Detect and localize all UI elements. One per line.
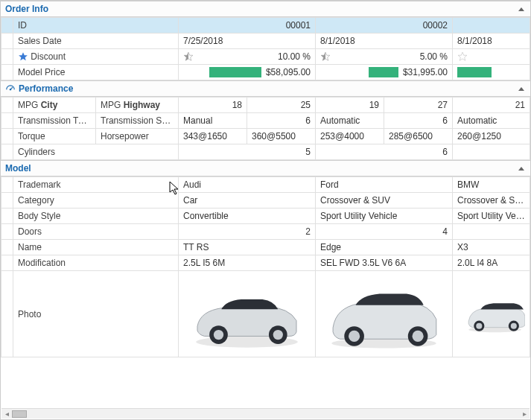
table-row[interactable]: Trademark Audi Ford BMW xyxy=(1,177,530,193)
cell-value: 253@4000 xyxy=(316,129,384,144)
table-row[interactable]: ID 00001 00002 xyxy=(1,18,530,34)
cell-value: 19 xyxy=(316,98,384,113)
svg-line-7 xyxy=(10,87,13,89)
cell-value: Crossover & SUV xyxy=(316,193,453,209)
car-photo xyxy=(453,271,530,357)
cell-value: SEL FWD 3.5L V6 6A xyxy=(316,255,453,271)
table-row[interactable]: Cylinders 5 6 xyxy=(1,144,530,160)
group-header-performance[interactable]: Performance xyxy=(1,80,530,97)
cell-value: Audi xyxy=(179,177,316,193)
svg-point-17 xyxy=(413,330,424,341)
cell-value: X3 xyxy=(453,240,530,255)
cell-label: Sales Date xyxy=(13,34,179,49)
cell-value xyxy=(453,65,530,80)
cell-value: 6 xyxy=(384,113,453,129)
svg-point-10 xyxy=(214,329,223,339)
cell-label: Model Price xyxy=(13,65,179,80)
collapse-icon[interactable] xyxy=(518,7,524,11)
cell-value: 2 xyxy=(179,224,316,240)
cell-value: 343@1650 xyxy=(179,129,247,144)
cell-value: 27 xyxy=(384,98,453,113)
table-row[interactable]: MPG City MPG Highway 18 25 19 27 21 xyxy=(1,98,530,113)
cell-value: 285@6500 xyxy=(384,129,453,144)
cell-value: 21 xyxy=(453,98,530,113)
table-row[interactable]: Doors 2 4 xyxy=(1,224,530,240)
table-row[interactable]: Name TT RS Edge X3 xyxy=(1,240,530,255)
cell-value: 5.00 % xyxy=(316,49,453,65)
collapse-icon[interactable] xyxy=(518,167,524,171)
cell-label: MPG City xyxy=(13,98,96,113)
cell-value: 7/25/2018 xyxy=(179,34,316,49)
cell-label: Doors xyxy=(13,224,179,240)
star-icon xyxy=(320,51,331,62)
cell-value: 2.0L I4 8A xyxy=(453,255,530,271)
svg-point-22 xyxy=(511,322,517,328)
scroll-right-icon[interactable]: ▸ xyxy=(519,409,530,419)
cell-value: Ford xyxy=(316,177,453,193)
model-grid: Trademark Audi Ford BMW Category Car Cro… xyxy=(1,176,530,357)
svg-marker-5 xyxy=(458,53,467,61)
star-icon xyxy=(183,51,194,62)
table-row[interactable]: Model Price $58,095.00 $31,995.00 xyxy=(1,65,530,80)
performance-grid: MPG City MPG Highway 18 25 19 27 21 Tran… xyxy=(1,97,530,160)
cell-value: Manual xyxy=(179,113,247,129)
cell-value: Automatic xyxy=(316,113,384,129)
cell-label: Discount xyxy=(13,49,179,65)
cell-value: 2.5L I5 6M xyxy=(179,255,316,271)
cell-value xyxy=(453,18,530,34)
cell-value: $58,095.00 xyxy=(179,65,316,80)
table-row[interactable]: Body Style Convertible Sport Utility Veh… xyxy=(1,209,530,224)
cell-value: 6 xyxy=(247,113,316,129)
horizontal-scrollbar[interactable]: ◂ ▸ xyxy=(1,408,530,419)
group-title-order-info: Order Info xyxy=(5,4,48,14)
cell-label: Modification xyxy=(13,255,179,271)
table-row[interactable]: Transmission Type Transmission Speeds Ma… xyxy=(1,113,530,129)
table-row[interactable]: Torque Horsepower 343@1650 360@5500 253@… xyxy=(1,129,530,144)
cell-value: Automatic xyxy=(453,113,530,129)
cell-label: Transmission Type xyxy=(13,113,96,129)
svg-point-15 xyxy=(349,330,360,341)
group-header-order-info[interactable]: Order Info xyxy=(1,1,530,17)
cell-label: Trademark xyxy=(13,177,179,193)
cell-value: Crossover & SUV xyxy=(453,193,530,209)
cell-value: TT RS xyxy=(179,240,316,255)
group-title-performance: Performance xyxy=(19,83,73,94)
cell-label: ID xyxy=(13,18,179,34)
cell-value: Edge xyxy=(316,240,453,255)
table-row[interactable]: Discount 10.00 % 5.00 % xyxy=(1,49,530,65)
cell-value: Sport Utility Vehicle xyxy=(453,209,530,224)
cell-label: Horsepower xyxy=(96,129,179,144)
cell-value: 8/1/2018 xyxy=(453,34,530,49)
scrollbar-track[interactable] xyxy=(12,410,519,418)
cell-value: Car xyxy=(179,193,316,209)
scroll-left-icon[interactable]: ◂ xyxy=(1,409,12,419)
cell-value xyxy=(453,49,530,65)
cell-value: 5 xyxy=(179,144,316,160)
svg-marker-0 xyxy=(19,53,28,61)
group-title-model: Model xyxy=(5,163,31,174)
star-icon xyxy=(457,51,468,62)
cell-value: $31,995.00 xyxy=(316,65,453,80)
cell-value: 00001 xyxy=(179,18,316,34)
group-header-model[interactable]: Model xyxy=(1,160,530,176)
cell-value: 00002 xyxy=(316,18,453,34)
star-icon xyxy=(18,51,28,62)
cell-value: 8/1/2018 xyxy=(316,34,453,49)
cell-value: 18 xyxy=(179,98,247,113)
table-row[interactable]: Modification 2.5L I5 6M SEL FWD 3.5L V6 … xyxy=(1,255,530,271)
progress-bar xyxy=(457,67,492,77)
progress-bar xyxy=(369,67,398,77)
cell-value: Convertible xyxy=(179,209,316,224)
cell-label: Name xyxy=(13,240,179,255)
car-photo xyxy=(179,271,316,357)
table-row[interactable]: Sales Date 7/25/2018 8/1/2018 8/1/2018 xyxy=(1,34,530,49)
cell-label: Category xyxy=(13,193,179,209)
cell-value: BMW xyxy=(453,177,530,193)
table-row[interactable]: Category Car Crossover & SUV Crossover &… xyxy=(1,193,530,209)
cell-label: Body Style xyxy=(13,209,179,224)
cell-value: 6 xyxy=(316,144,453,160)
scrollbar-thumb[interactable] xyxy=(12,410,27,418)
table-row[interactable]: Photo xyxy=(1,271,530,357)
collapse-icon[interactable] xyxy=(518,87,524,91)
car-photo xyxy=(316,271,453,357)
